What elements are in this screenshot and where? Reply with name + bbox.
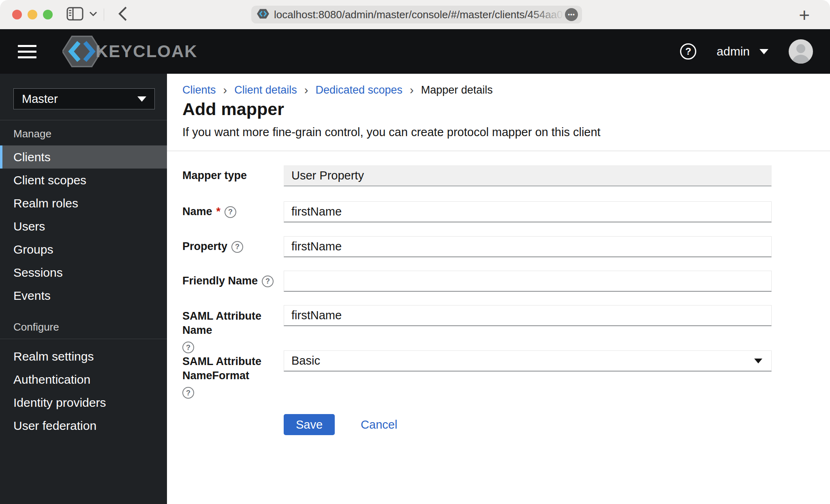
friendly-name-input[interactable] — [284, 271, 772, 292]
content-divider — [167, 151, 830, 151]
back-icon[interactable] — [117, 6, 128, 23]
avatar[interactable] — [789, 39, 813, 64]
breadcrumb-mapper-details: Mapper details — [421, 84, 493, 96]
toolbar-divider — [104, 9, 104, 21]
page-body: Master Manage Clients Client scopes Real… — [0, 74, 830, 504]
realm-selector-value: Master — [22, 92, 58, 106]
property-input[interactable] — [284, 236, 772, 257]
browser-chrome: localhost:8080/admin/master/console/#/ma… — [0, 0, 830, 29]
main-content: Clients › Client details › Dedicated sco… — [167, 74, 830, 504]
url-fade — [528, 9, 565, 21]
mapper-type-row: Mapper type — [182, 165, 772, 186]
chevron-down-icon — [759, 49, 768, 54]
friendly-name-row: Friendly Name ? — [182, 271, 772, 292]
browser-window: localhost:8080/admin/master/console/#/ma… — [0, 0, 830, 504]
selected-value: Basic — [291, 354, 320, 367]
sidebar-item-clients[interactable]: Clients — [0, 145, 167, 169]
name-input[interactable] — [284, 201, 772, 222]
mapper-type-label: Mapper type — [182, 165, 284, 186]
saml-attribute-nameformat-row: SAML Attribute NameFormat ? Basic — [182, 350, 772, 399]
sidebar-item-client-scopes[interactable]: Client scopes — [0, 169, 167, 192]
property-label: Property ? — [182, 236, 284, 257]
saml-attribute-name-input[interactable] — [284, 305, 772, 326]
breadcrumb-clients[interactable]: Clients — [182, 84, 216, 96]
friendly-name-label: Friendly Name ? — [182, 271, 284, 292]
realm-selector[interactable]: Master — [13, 88, 155, 109]
site-favicon — [257, 8, 269, 21]
mapper-type-field[interactable] — [284, 165, 772, 186]
breadcrumb-separator-icon: › — [304, 83, 308, 97]
app-header: KEYCLOAK ? admin — [0, 29, 830, 74]
sidebar-item-realm-roles[interactable]: Realm roles — [0, 192, 167, 215]
sidebar-item-groups[interactable]: Groups — [0, 238, 167, 261]
header-right: ? admin — [680, 39, 813, 64]
sidebar-item-sessions[interactable]: Sessions — [0, 261, 167, 284]
keycloak-logo: KEYCLOAK — [62, 34, 198, 68]
form-actions: Save Cancel — [284, 414, 397, 435]
sidebar: Master Manage Clients Client scopes Real… — [0, 74, 167, 504]
property-row: Property ? — [182, 236, 772, 257]
chevron-down-icon — [754, 359, 762, 363]
saml-attribute-name-row: SAML Attribute Name ? — [182, 305, 772, 353]
cancel-button[interactable]: Cancel — [361, 418, 397, 431]
name-row: Name * ? — [182, 201, 772, 222]
property-help-icon[interactable]: ? — [231, 241, 243, 253]
sidebar-item-events[interactable]: Events — [0, 284, 167, 307]
sidebar-divider — [0, 120, 167, 120]
page-subtitle: If you want more fine-grain control, you… — [182, 126, 601, 139]
required-asterisk: * — [216, 205, 221, 219]
address-bar[interactable]: localhost:8080/admin/master/console/#/ma… — [251, 6, 582, 23]
saml-attribute-nameformat-select[interactable]: Basic — [284, 350, 772, 372]
user-menu[interactable]: admin — [717, 45, 768, 58]
traffic-lights — [12, 10, 53, 19]
help-icon[interactable]: ? — [680, 43, 696, 60]
brand-text: KEYCLOAK — [96, 42, 198, 61]
add-mapper-form: Mapper type Name * ? — [182, 165, 772, 449]
sidebar-divider — [0, 339, 167, 339]
sidebar-item-authentication[interactable]: Authentication — [0, 368, 167, 391]
minimize-window-button[interactable] — [28, 10, 37, 19]
nav-section-manage: Manage — [13, 128, 167, 139]
nav-section-configure: Configure — [13, 322, 167, 332]
sidebar-item-users[interactable]: Users — [0, 215, 167, 238]
sidebar-toggle-icon[interactable] — [66, 7, 83, 22]
sidebar-menu-chevron-icon[interactable] — [89, 11, 97, 18]
sidebar-item-identity-providers[interactable]: Identity providers — [0, 391, 167, 414]
url-text: localhost:8080/admin/master/console/#/ma… — [274, 9, 565, 21]
username-label: admin — [717, 45, 750, 58]
save-button[interactable]: Save — [284, 414, 335, 435]
saml-attribute-name-label: SAML Attribute Name ? — [182, 305, 284, 353]
close-window-button[interactable] — [12, 10, 22, 19]
breadcrumb: Clients › Client details › Dedicated sco… — [182, 83, 493, 97]
zoom-window-button[interactable] — [43, 10, 53, 19]
friendly-name-help-icon[interactable]: ? — [262, 275, 274, 287]
name-help-icon[interactable]: ? — [225, 206, 236, 218]
browser-toolbar — [66, 6, 128, 23]
breadcrumb-dedicated-scopes[interactable]: Dedicated scopes — [315, 84, 402, 96]
saml-attribute-nameformat-help-icon[interactable]: ? — [182, 387, 194, 399]
breadcrumb-client-details[interactable]: Client details — [234, 84, 297, 96]
url-options-icon[interactable]: ••• — [565, 8, 578, 21]
page-title: Add mapper — [182, 99, 284, 120]
breadcrumb-separator-icon: › — [410, 83, 414, 97]
sidebar-item-realm-settings[interactable]: Realm settings — [0, 345, 167, 368]
nav-toggle-icon[interactable] — [18, 45, 36, 58]
new-tab-icon[interactable]: + — [799, 4, 810, 26]
sidebar-item-user-federation[interactable]: User federation — [0, 414, 167, 437]
name-label: Name * ? — [182, 201, 284, 222]
saml-attribute-nameformat-label: SAML Attribute NameFormat ? — [182, 350, 284, 399]
breadcrumb-separator-icon: › — [223, 83, 227, 97]
chevron-down-icon — [137, 96, 146, 102]
